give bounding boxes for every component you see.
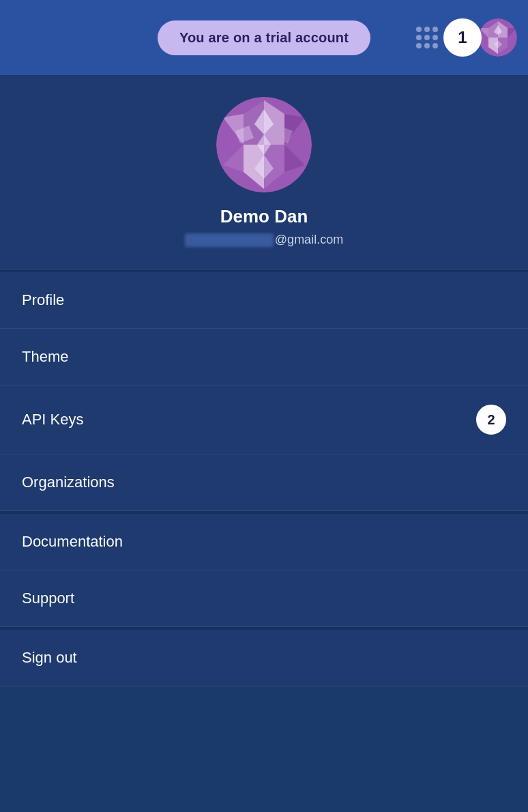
- secondary-menu: Documentation Support: [0, 514, 528, 627]
- trial-badge[interactable]: You are on a trial account: [158, 20, 370, 55]
- menu-item-organizations[interactable]: Organizations: [0, 454, 528, 511]
- menu-item-support[interactable]: Support: [0, 570, 528, 627]
- tertiary-menu: Sign out: [0, 630, 528, 686]
- user-name: Demo Dan: [220, 206, 308, 227]
- step-indicator[interactable]: 1: [443, 18, 482, 57]
- api-keys-badge: 2: [476, 405, 506, 435]
- menu-item-api-keys[interactable]: API Keys 2: [0, 386, 528, 454]
- dots-grid-icon: [416, 27, 438, 48]
- menu-item-profile[interactable]: Profile: [0, 272, 528, 329]
- main-menu: Profile Theme API Keys 2 Organizations: [0, 272, 528, 511]
- email-blur: [185, 233, 274, 247]
- user-email: @gmail.com: [185, 233, 343, 247]
- profile-section: Demo Dan @gmail.com: [0, 75, 528, 270]
- dot: [432, 43, 438, 48]
- dot: [416, 43, 422, 48]
- dot: [424, 35, 430, 40]
- menu-item-documentation[interactable]: Documentation: [0, 514, 528, 570]
- avatar-header[interactable]: [479, 18, 517, 57]
- dot: [432, 35, 438, 40]
- dot: [424, 27, 430, 32]
- email-domain: @gmail.com: [275, 233, 343, 247]
- header-right: 1: [416, 18, 517, 57]
- menu-item-sign-out[interactable]: Sign out: [0, 630, 528, 686]
- dot: [424, 43, 430, 48]
- header: You are on a trial account 1: [0, 0, 528, 75]
- avatar: [216, 97, 312, 192]
- menu-item-theme[interactable]: Theme: [0, 329, 528, 386]
- dot: [416, 35, 422, 40]
- dot: [416, 27, 422, 32]
- dot: [432, 27, 438, 32]
